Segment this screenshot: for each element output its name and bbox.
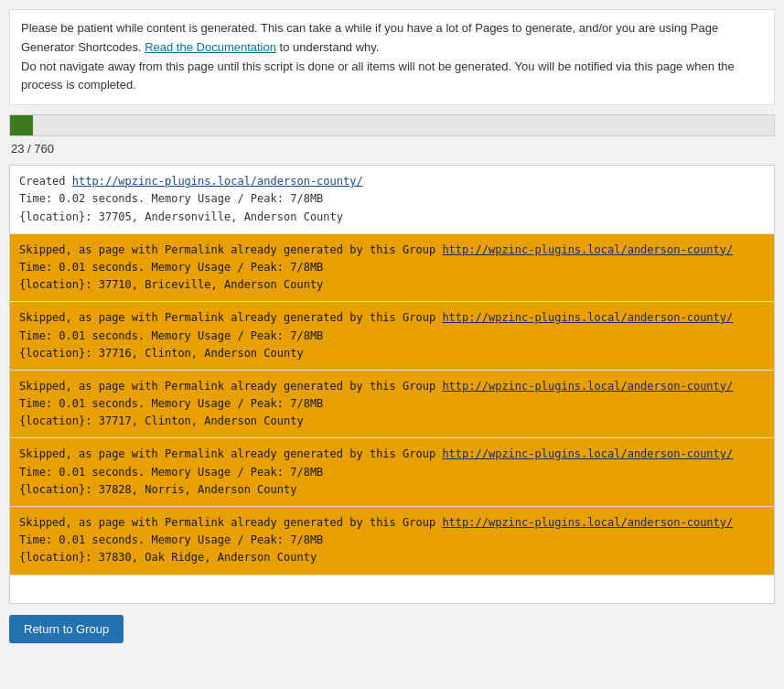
progress-bar-fill	[10, 115, 33, 135]
log-entry-1: Skipped, as page with Permalink already …	[10, 234, 774, 303]
log-link[interactable]: http://wpzinc-plugins.local/anderson-cou…	[442, 380, 733, 393]
log-line: Time: 0.01 seconds. Memory Usage / Peak:…	[19, 464, 765, 481]
log-link[interactable]: http://wpzinc-plugins.local/anderson-cou…	[442, 516, 733, 529]
notice-text2: to understand why.	[280, 40, 380, 54]
log-line: {location}: 37828, Norris, Anderson Coun…	[19, 481, 765, 499]
log-line-skipped: Skipped, as page with Permalink already …	[19, 309, 765, 327]
log-line: {location}: 37705, Andersonville, Anders…	[19, 209, 765, 226]
docs-link[interactable]: Read the Documentation	[145, 40, 276, 54]
log-line: Time: 0.01 seconds. Memory Usage / Peak:…	[19, 259, 765, 276]
log-entry-0: Created http://wpzinc-plugins.local/ande…	[10, 166, 774, 234]
log-line-created: Created http://wpzinc-plugins.local/ande…	[19, 173, 765, 190]
log-link[interactable]: http://wpzinc-plugins.local/anderson-cou…	[442, 447, 733, 460]
log-line: Time: 0.02 seconds. Memory Usage / Peak:…	[19, 190, 765, 208]
log-entry-3: Skipped, as page with Permalink already …	[10, 371, 774, 439]
progress-count: 23 / 760	[9, 142, 775, 156]
log-line: {location}: 37717, Clinton, Anderson Cou…	[19, 413, 765, 430]
log-line: {location}: 37716, Clinton, Anderson Cou…	[19, 345, 765, 362]
log-link[interactable]: http://wpzinc-plugins.local/anderson-cou…	[72, 175, 363, 188]
log-entry-4: Skipped, as page with Permalink already …	[10, 438, 774, 507]
notice-area: Please be patient while content is gener…	[9, 9, 775, 105]
log-line-skipped: Skipped, as page with Permalink already …	[19, 514, 765, 532]
log-entry-2: Skipped, as page with Permalink already …	[10, 302, 774, 371]
notice-text3: Do not navigate away from this page unti…	[21, 59, 735, 92]
log-line: Time: 0.01 seconds. Memory Usage / Peak:…	[19, 395, 765, 413]
log-line: Time: 0.01 seconds. Memory Usage / Peak:…	[19, 328, 765, 345]
log-line: {location}: 37830, Oak Ridge, Anderson C…	[19, 549, 765, 566]
log-link[interactable]: http://wpzinc-plugins.local/anderson-cou…	[442, 311, 733, 324]
log-line-skipped: Skipped, as page with Permalink already …	[19, 242, 765, 259]
log-container[interactable]: Created http://wpzinc-plugins.local/ande…	[9, 165, 775, 604]
log-line: {location}: 37710, Briceville, Anderson …	[19, 276, 765, 294]
log-link[interactable]: http://wpzinc-plugins.local/anderson-cou…	[442, 243, 733, 256]
progress-bar-container	[9, 114, 775, 136]
log-entry-5: Skipped, as page with Permalink already …	[10, 507, 774, 576]
log-line-skipped: Skipped, as page with Permalink already …	[19, 446, 765, 463]
log-line-skipped: Skipped, as page with Permalink already …	[19, 378, 765, 395]
log-line: Time: 0.01 seconds. Memory Usage / Peak:…	[19, 532, 765, 549]
return-to-group-button[interactable]: Return to Group	[9, 615, 124, 643]
